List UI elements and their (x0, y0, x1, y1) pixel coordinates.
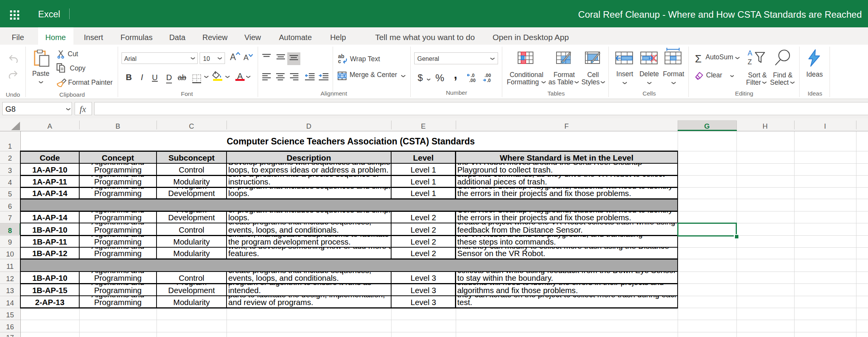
svg-text:c: c (338, 58, 341, 64)
svg-text:Z: Z (748, 58, 752, 66)
svg-text:.0: .0 (487, 78, 491, 82)
svg-text:A: A (748, 49, 752, 57)
svg-text:.00: .00 (469, 78, 476, 82)
